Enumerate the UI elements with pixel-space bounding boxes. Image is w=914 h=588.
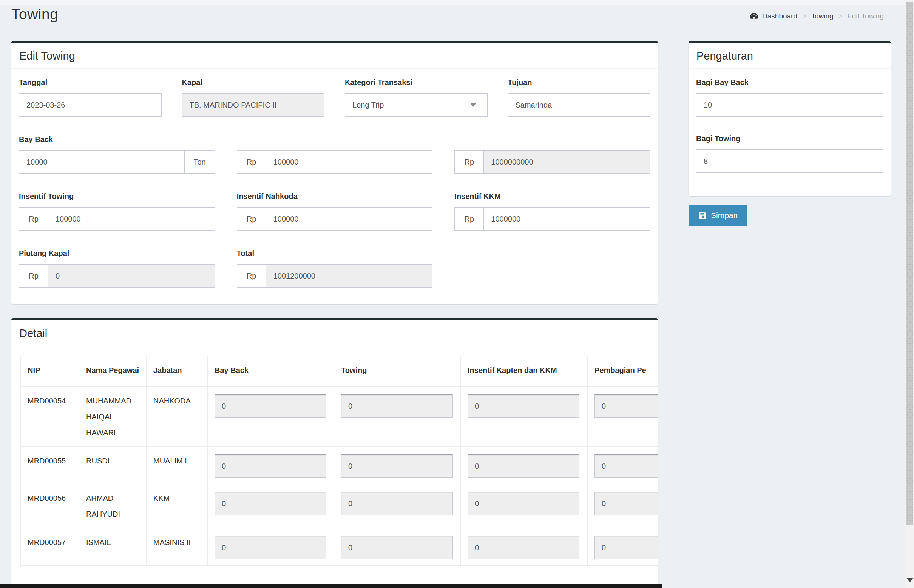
vertical-scrollbar-thumb[interactable] [906, 2, 913, 525]
col-nama-pegawai: Nama Pegawai [79, 356, 147, 387]
row-pembagian-input [595, 394, 658, 418]
breadcrumb-separator: > [802, 13, 806, 20]
rp-addon: Rp [19, 207, 49, 231]
breadcrumb-towing[interactable]: Towing [811, 12, 833, 20]
row-pembagian-input [595, 492, 658, 515]
rp-addon: Rp [19, 264, 49, 288]
col-towing: Towing [334, 356, 461, 387]
row-towing-input [341, 394, 453, 418]
content-header: Towing Dashboard > Towing > Edit Towing [11, 6, 884, 23]
insentif-kkm-label: Insentif KKM [454, 191, 650, 202]
insentif-nahkoda-label: Insentif Nahkoda [237, 191, 433, 202]
kategori-transaksi-select[interactable]: Long Trip [345, 93, 488, 116]
table-row: MRD00057 ISMAIL MASINIS II [21, 528, 658, 566]
horizontal-scrollbar-thumb[interactable] [0, 584, 662, 588]
simpan-button[interactable]: Simpan [689, 205, 747, 226]
cell-nip: MRD00057 [21, 528, 79, 566]
rp-addon: Rp [237, 264, 266, 288]
tujuan-label: Tujuan [508, 77, 651, 87]
vertical-scrollbar[interactable] [904, 0, 914, 588]
bagi-bay-back-input[interactable] [696, 93, 883, 116]
bay-back-harga-input[interactable] [266, 150, 433, 174]
tanggal-input[interactable] [19, 93, 162, 116]
col-pembagian: Pembagian Pe [588, 356, 658, 387]
pengaturan-card-header: Pengaturan [689, 43, 891, 69]
row-towing-input [341, 536, 453, 559]
window-top-strip [0, 0, 904, 5]
table-row: MRD00055 RUSDI MUALIM I [21, 447, 658, 484]
breadcrumb: Dashboard > Towing > Edit Towing [749, 12, 884, 21]
cell-nip: MRD00054 [21, 387, 79, 447]
field-kategori-transaksi: Kategori Transaksi Long Trip [345, 77, 488, 116]
edit-towing-card-header: Edit Towing [11, 43, 658, 69]
field-tujuan: Tujuan [508, 77, 651, 116]
pengaturan-card: Pengaturan Bagi Bay Back Bagi Towing [689, 41, 891, 196]
kapal-label: Kapal [182, 77, 325, 87]
breadcrumb-dashboard[interactable]: Dashboard [762, 12, 797, 20]
bay-back-total-input [483, 150, 650, 174]
col-bay-back: Bay Back [208, 356, 334, 387]
bagi-bay-back-label: Bagi Bay Back [696, 77, 883, 87]
row-insentif-input [468, 536, 579, 559]
cell-jabatan: KKM [147, 484, 208, 528]
insentif-kkm-input[interactable] [483, 207, 650, 231]
bay-back-total-group: Rp [454, 150, 650, 174]
cell-nama: RUSDI [79, 447, 147, 484]
kapal-input [182, 93, 325, 116]
bay-back-qty-group: Ton [19, 150, 215, 174]
bay-back-qty-input[interactable] [19, 150, 185, 174]
detail-table: NIP Nama Pegawai Jabatan Bay Back Towing… [20, 356, 658, 566]
scroll-down-arrow-icon[interactable] [906, 578, 913, 582]
pengaturan-card-body: Bagi Bay Back Bagi Towing [689, 69, 891, 196]
cell-jabatan: NAHKODA [147, 387, 208, 447]
field-total: Total Rp [237, 248, 433, 288]
bagi-towing-input[interactable] [696, 149, 883, 173]
bagi-towing-label: Bagi Towing [696, 133, 883, 144]
insentif-towing-input[interactable] [48, 207, 215, 231]
field-tanggal: Tanggal [19, 77, 162, 116]
cell-nip: MRD00055 [21, 447, 79, 484]
breadcrumb-separator: > [838, 13, 843, 20]
edit-towing-card-body: Tanggal Kapal Kategori Transaksi Long Tr… [11, 69, 658, 304]
row-insentif-input [468, 394, 579, 418]
insentif-nahkoda-input[interactable] [266, 207, 433, 231]
table-row: MRD00054 MUHAMMAD HAIQAL HAWARI NAHKODA [21, 387, 658, 447]
table-row: MRD00056 AHMAD RAHYUDI KKM [21, 484, 658, 528]
row-insentif-input [468, 492, 579, 515]
bay-back-harga-group: Rp [237, 150, 433, 174]
piutang-kapal-input [48, 264, 215, 288]
cell-nama: AHMAD RAHYUDI [79, 484, 147, 528]
ton-addon: Ton [184, 150, 214, 174]
chevron-down-icon [470, 103, 476, 107]
kategori-transaksi-label: Kategori Transaksi [345, 77, 488, 87]
total-input [266, 264, 433, 288]
cell-nama: MUHAMMAD HAIQAL HAWARI [79, 387, 147, 447]
row-pembagian-input [595, 454, 658, 478]
tujuan-input[interactable] [508, 93, 651, 116]
detail-title: Detail [19, 327, 47, 339]
table-header-row: NIP Nama Pegawai Jabatan Bay Back Towing… [21, 356, 658, 387]
field-insentif-towing: Insentif Towing Rp [19, 191, 215, 231]
row-bay-back-input [214, 394, 326, 418]
main-column: Edit Towing Tanggal Kapal Kategori Trans… [11, 41, 658, 588]
detail-table-wrap: NIP Nama Pegawai Jabatan Bay Back Towing… [20, 356, 658, 566]
total-label: Total [237, 248, 433, 258]
tanggal-label: Tanggal [19, 77, 162, 87]
field-bagi-bay-back: Bagi Bay Back [696, 77, 883, 116]
field-bagi-towing: Bagi Towing [696, 133, 883, 173]
col-jabatan: Jabatan [147, 356, 208, 387]
cell-jabatan: MUALIM I [147, 447, 208, 484]
row-pembagian-input [595, 536, 658, 559]
field-piutang-kapal: Piutang Kapal Rp [19, 248, 215, 288]
row-bay-back-input [214, 536, 326, 559]
edit-towing-title: Edit Towing [19, 50, 75, 62]
edit-towing-card: Edit Towing Tanggal Kapal Kategori Trans… [11, 41, 658, 304]
row-bay-back-input [214, 454, 326, 478]
side-column: Pengaturan Bagi Bay Back Bagi Towing Sim… [689, 41, 891, 226]
col-nip: NIP [21, 356, 79, 387]
simpan-button-label: Simpan [711, 211, 737, 220]
row-towing-input [341, 492, 453, 515]
pengaturan-title: Pengaturan [697, 50, 753, 62]
page-title: Towing [11, 6, 58, 23]
save-icon [698, 211, 707, 220]
